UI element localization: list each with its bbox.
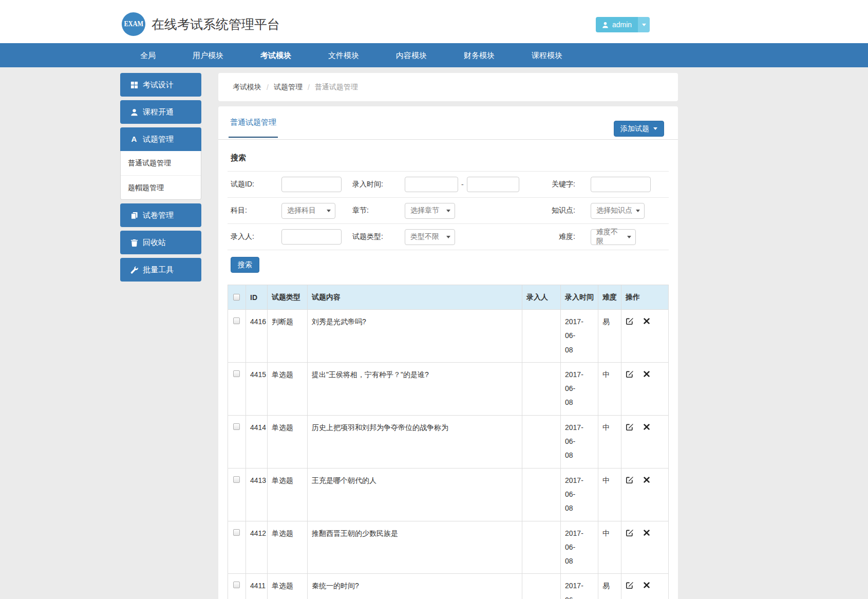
- col-author: 录入人: [522, 285, 561, 310]
- breadcrumb-separator: /: [308, 83, 310, 91]
- user-menu-button[interactable]: admin: [596, 17, 650, 32]
- row-checkbox[interactable]: [233, 582, 240, 588]
- delete-icon[interactable]: [644, 581, 650, 589]
- entry-time-label: 录入时间:: [352, 180, 405, 189]
- chapter-label: 章节:: [352, 206, 405, 215]
- table-row: 4411 单选题 秦统一的时间? 2017-06- 08 易: [228, 574, 669, 599]
- table-header-row: ID 试题类型 试题内容 录入人 录入时间 难度 操作: [228, 285, 669, 310]
- edit-icon[interactable]: [626, 370, 634, 378]
- chapter-select[interactable]: 选择章节: [405, 203, 455, 219]
- nav-item-user-module[interactable]: 用户模块: [174, 43, 242, 67]
- entry-date: 2017-06- 08: [561, 362, 598, 415]
- table-row: 4416 判断题 刘秀是光武帝吗? 2017-06- 08 易: [228, 310, 669, 363]
- sidebar-item-label: 回收站: [143, 238, 166, 248]
- sidebar-item-exam-design[interactable]: 考试设计: [120, 73, 201, 97]
- difficulty-select[interactable]: 难度不限: [591, 229, 636, 245]
- entry-person-input[interactable]: [281, 229, 342, 245]
- col-difficulty: 难度: [598, 285, 621, 310]
- question-id: 4412: [246, 521, 268, 574]
- edit-icon[interactable]: [626, 581, 634, 589]
- nav-item-course-module[interactable]: 课程模块: [513, 43, 581, 67]
- sidebar-item-batch-tools[interactable]: 批量工具: [120, 258, 201, 282]
- sidebar-item-question-management[interactable]: A 试题管理: [120, 127, 201, 151]
- question-difficulty: 中: [598, 468, 621, 521]
- table-row: 4412 单选题 推翻西晋王朝的少数民族是 2017-06- 08 中: [228, 521, 669, 574]
- user-menu-toggle[interactable]: [638, 17, 650, 32]
- font-a-icon: A: [130, 135, 138, 143]
- question-difficulty: 中: [598, 521, 621, 574]
- sidebar-item-label: 课程开通: [143, 107, 174, 117]
- question-id-input[interactable]: [281, 177, 342, 192]
- breadcrumb: 考试模块 / 试题管理 / 普通试题管理: [218, 73, 678, 101]
- nav-item-file-module[interactable]: 文件模块: [310, 43, 378, 67]
- sidebar-item-label: 考试设计: [143, 80, 174, 90]
- breadcrumb-current-page: 普通试题管理: [315, 83, 358, 92]
- sidebar-item-paper-management[interactable]: 试卷管理: [120, 203, 201, 227]
- brand-logo[interactable]: EXAM 在线考试系统管理平台: [122, 12, 280, 36]
- main-navbar: 全局 用户模块 考试模块 文件模块 内容模块 财务模块 课程模块: [0, 43, 868, 67]
- keyword-input[interactable]: [591, 177, 651, 192]
- col-id: ID: [246, 285, 268, 310]
- caret-down-icon: [327, 210, 331, 212]
- question-id: 4415: [246, 362, 268, 415]
- col-question-type: 试题类型: [268, 285, 308, 310]
- breadcrumb-exam-module[interactable]: 考试模块: [233, 83, 261, 92]
- add-question-button[interactable]: 添加试题: [614, 121, 664, 137]
- row-checkbox[interactable]: [233, 317, 240, 324]
- nav-item-exam-module[interactable]: 考试模块: [242, 43, 310, 67]
- row-operations: [621, 574, 669, 599]
- question-content: 提出"王侯将相，宁有种乎？"的是谁?: [308, 362, 522, 415]
- sidebar: 考试设计 课程开通 A 试题管理 普通试题管理 题帽题管理 试卷管理: [120, 73, 201, 285]
- search-section-title: 搜索: [231, 153, 669, 163]
- delete-icon[interactable]: [644, 529, 650, 537]
- breadcrumb-question-management[interactable]: 试题管理: [274, 83, 303, 92]
- question-type-select[interactable]: 类型不限: [405, 229, 455, 245]
- question-type: 单选题: [268, 468, 308, 521]
- sidebar-item-course-open[interactable]: 课程开通: [120, 100, 201, 124]
- delete-icon[interactable]: [644, 476, 650, 484]
- knowledge-point-label: 知识点:: [455, 206, 591, 215]
- question-type: 判断题: [268, 310, 308, 363]
- logo-text: EXAM: [124, 20, 143, 28]
- edit-icon[interactable]: [626, 476, 634, 484]
- site-title: 在线考试系统管理平台: [152, 16, 280, 33]
- subject-select[interactable]: 选择科目: [281, 203, 335, 219]
- main-panel: 普通试题管理 添加试题 搜索 试题ID: 录入时间: - 关键: [218, 106, 678, 599]
- trash-icon: [130, 238, 138, 247]
- col-question-content: 试题内容: [308, 285, 522, 310]
- question-author: [522, 362, 561, 415]
- entry-date: 2017-06- 08: [561, 468, 598, 521]
- search-button[interactable]: 搜索: [231, 257, 259, 273]
- nav-item-finance-module[interactable]: 财务模块: [445, 43, 513, 67]
- row-operations: [621, 362, 669, 415]
- select-all-checkbox[interactable]: [233, 294, 240, 301]
- row-checkbox[interactable]: [233, 529, 240, 536]
- difficulty-label: 难度:: [455, 232, 591, 241]
- sidebar-item-recycle-bin[interactable]: 回收站: [120, 231, 201, 254]
- submenu-item-cap-questions[interactable]: 题帽题管理: [121, 175, 201, 199]
- grid-icon: [130, 81, 138, 89]
- nav-item-content-module[interactable]: 内容模块: [378, 43, 445, 67]
- row-checkbox[interactable]: [233, 476, 240, 483]
- edit-icon[interactable]: [626, 529, 634, 537]
- delete-icon[interactable]: [644, 423, 650, 431]
- submenu-item-normal-questions[interactable]: 普通试题管理: [121, 151, 201, 175]
- caret-down-icon: [627, 236, 631, 238]
- caret-down-icon: [642, 24, 646, 26]
- entry-time-from-input[interactable]: [405, 177, 458, 192]
- table-row: 4415 单选题 提出"王侯将相，宁有种乎？"的是谁? 2017-06- 08 …: [228, 362, 669, 415]
- question-type: 单选题: [268, 521, 308, 574]
- edit-icon[interactable]: [626, 423, 634, 431]
- entry-time-to-input[interactable]: [467, 177, 519, 192]
- knowledge-point-select[interactable]: 选择知识点: [591, 203, 645, 219]
- nav-item-global[interactable]: 全局: [122, 43, 174, 67]
- question-content: 秦统一的时间?: [308, 574, 522, 599]
- edit-icon[interactable]: [626, 317, 634, 325]
- delete-icon[interactable]: [644, 370, 650, 378]
- tab-normal-question-management[interactable]: 普通试题管理: [229, 118, 278, 138]
- row-checkbox[interactable]: [233, 370, 240, 377]
- col-operations: 操作: [621, 285, 669, 310]
- delete-icon[interactable]: [644, 317, 650, 325]
- row-checkbox[interactable]: [233, 423, 240, 430]
- row-operations: [621, 310, 669, 363]
